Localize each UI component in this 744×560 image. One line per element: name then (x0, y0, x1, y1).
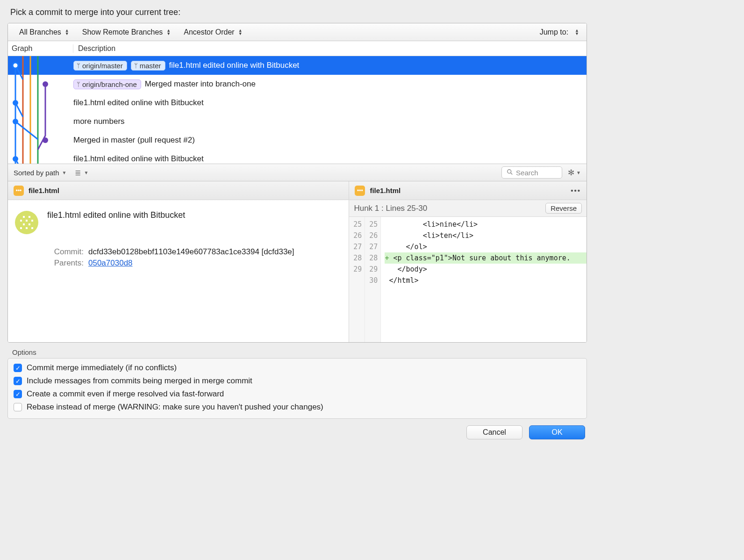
remote-filter[interactable]: Show Remote Branches ▲▼ (76, 28, 177, 36)
svg-rect-16 (26, 220, 28, 222)
branch-tag[interactable]: ᛘorigin/branch-one (73, 79, 141, 89)
jump-to-label: Jump to: (540, 28, 568, 36)
checkbox[interactable] (14, 403, 22, 411)
svg-rect-19 (29, 223, 30, 225)
reverse-button[interactable]: Reverse (545, 203, 582, 214)
column-graph[interactable]: Graph (8, 44, 73, 53)
branch-icon: ᛘ (77, 81, 80, 88)
svg-point-12 (15, 211, 38, 234)
option-row[interactable]: ✓Include messages from commits being mer… (14, 376, 581, 386)
stepper-icon: ▲▼ (65, 29, 69, 36)
commit-row-message: Merged master into branch-one (145, 79, 256, 89)
option-label: Create a commit even if merge resolved v… (27, 389, 224, 399)
svg-rect-17 (31, 220, 33, 222)
diff-line[interactable]: <li>ten</li> (385, 230, 587, 241)
commit-hash: dcfd33eb0128bebf1103e149e607783ac1ce3394… (88, 247, 294, 257)
checkbox[interactable]: ✓ (14, 377, 22, 385)
filter-toolbar: All Branches ▲▼ Show Remote Branches ▲▼ … (8, 23, 587, 41)
search-icon (507, 169, 513, 177)
remote-filter-label: Show Remote Branches (82, 28, 163, 36)
commit-row[interactable]: ᛘorigin/masterᛘmasterfile1.html edited o… (8, 56, 587, 75)
file-badge-icon: ••• (14, 186, 24, 196)
commit-row-message: file1.html edited online with Bitbucket (73, 98, 204, 108)
file-name: file1.html (29, 187, 59, 194)
search-placeholder: Search (516, 169, 538, 177)
more-button[interactable]: ••• (571, 187, 581, 194)
option-label: Include messages from commits being merg… (27, 376, 252, 386)
cancel-button[interactable]: Cancel (466, 425, 522, 439)
search-input[interactable]: Search (501, 166, 562, 179)
stepper-icon: ▲▼ (575, 29, 579, 36)
option-row[interactable]: Rebase instead of merge (WARNING: make s… (14, 402, 581, 412)
commit-row[interactable]: Merged in master (pull request #2) (8, 131, 587, 150)
plus-icon: + (385, 254, 389, 262)
branch-tag-label: origin/branch-one (82, 80, 137, 88)
sort-control[interactable]: Sorted by path ▼ (14, 169, 66, 177)
diff-line[interactable]: + <p class="p1">Not sure about this anym… (385, 252, 587, 264)
diff-line[interactable]: </html> (385, 275, 587, 286)
diff-line[interactable]: <li>nine</li> (385, 219, 587, 230)
commit-row-message: file1.html edited online with Bitbucket (73, 154, 204, 164)
commit-list: ᛘorigin/masterᛘmasterfile1.html edited o… (8, 56, 587, 164)
commit-row[interactable]: file1.html edited online with Bitbucket (8, 93, 587, 112)
column-header: Graph Description (8, 41, 587, 56)
svg-rect-21 (26, 227, 28, 229)
chevron-down-icon: ▼ (576, 170, 581, 175)
right-pane: ••• file1.html ••• Hunk 1 : Lines 25-30 … (349, 181, 587, 342)
order-filter-label: Ancestor Order (184, 28, 234, 36)
diff-line[interactable]: </body> (385, 264, 587, 275)
hunk-header: Hunk 1 : Lines 25-30 Reverse (349, 200, 587, 217)
branch-tag-label: origin/master (82, 62, 123, 70)
option-row[interactable]: ✓Commit merge immediately (if no conflic… (14, 363, 581, 373)
branch-tag-label: master (140, 62, 161, 70)
svg-point-7 (13, 119, 18, 124)
commit-row[interactable]: file1.html edited online with Bitbucket (8, 150, 587, 164)
view-mode[interactable]: ≣ ▼ (75, 168, 88, 177)
checkbox[interactable]: ✓ (14, 390, 22, 398)
main-panel: All Branches ▲▼ Show Remote Branches ▲▼ … (7, 23, 587, 343)
parent-hash-link[interactable]: 050a7030d8 (88, 258, 133, 268)
svg-point-10 (508, 169, 511, 173)
commit-row-message: Merged in master (pull request #2) (73, 136, 195, 145)
file-badge-icon: ••• (355, 186, 365, 196)
branch-tag[interactable]: ᛘmaster (131, 61, 165, 71)
hunk-label: Hunk 1 : Lines 25-30 (354, 204, 427, 213)
options-box: ✓Commit merge immediately (if no conflic… (7, 358, 587, 419)
diff-line[interactable]: </ol> (385, 241, 587, 252)
stepper-icon: ▲▼ (238, 29, 243, 36)
gutter-old: 2526272829 (349, 217, 365, 342)
commit-row[interactable]: more numbers (8, 112, 587, 131)
gutter-new: 252627282930 (365, 217, 381, 342)
checkbox[interactable]: ✓ (14, 364, 22, 372)
settings-button[interactable]: ✻ ▼ (568, 168, 581, 178)
option-label: Rebase instead of merge (WARNING: make s… (27, 402, 323, 412)
svg-rect-13 (23, 216, 25, 218)
lines-icon: ≣ (75, 168, 81, 177)
dialog-title: Pick a commit to merge into your current… (10, 7, 587, 17)
svg-rect-15 (20, 220, 22, 222)
diff-body: 2526272829 252627282930 <li>nine</li> <l… (349, 217, 587, 342)
file-header-left[interactable]: ••• file1.html (8, 181, 349, 200)
file-header-right[interactable]: ••• file1.html ••• (349, 181, 587, 200)
option-label: Commit merge immediately (if no conflict… (27, 363, 177, 373)
svg-point-6 (13, 100, 18, 106)
file-name: file1.html (370, 187, 401, 194)
option-row[interactable]: ✓Create a commit even if merge resolved … (14, 389, 581, 399)
avatar (14, 210, 39, 235)
footer: Cancel OK (7, 419, 587, 439)
commit-message: file1.html edited online with Bitbucket (47, 210, 342, 220)
svg-rect-14 (29, 216, 30, 218)
branch-filter[interactable]: All Branches ▲▼ (13, 28, 76, 36)
ok-button[interactable]: OK (529, 425, 585, 439)
commit-label: Commit: (47, 247, 84, 257)
branch-tag[interactable]: ᛘorigin/master (73, 61, 127, 71)
order-filter[interactable]: Ancestor Order ▲▼ (177, 28, 249, 36)
gear-icon: ✻ (568, 168, 574, 178)
jump-to[interactable]: Jump to: ▲▼ (540, 28, 582, 36)
svg-rect-20 (20, 227, 22, 229)
commit-detail: file1.html edited online with Bitbucket … (8, 200, 349, 273)
column-description[interactable]: Description (73, 44, 115, 53)
commit-row-message: file1.html edited online with Bitbucket (169, 61, 300, 70)
commit-row[interactable]: ᛘorigin/branch-oneMerged master into bra… (8, 75, 587, 93)
code-column: <li>nine</li> <li>ten</li> </ol>+ <p cla… (381, 217, 587, 342)
